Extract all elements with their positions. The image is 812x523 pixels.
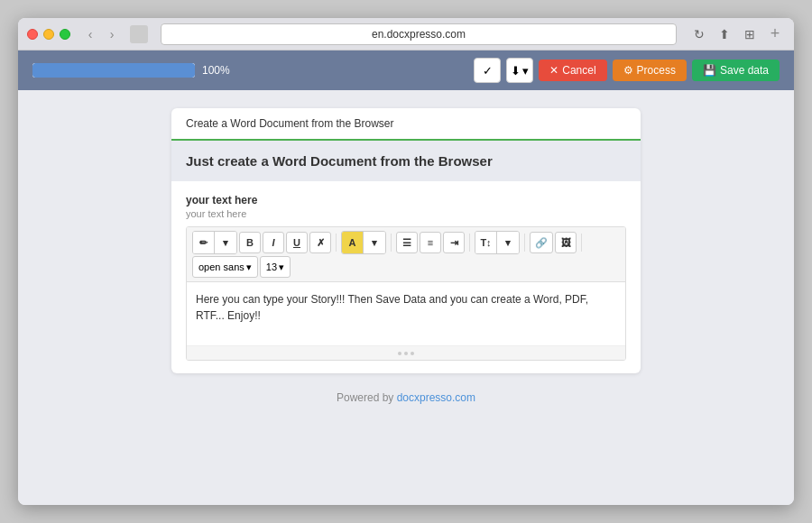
rte-dot-1	[398, 352, 401, 355]
save-button[interactable]: 💾 Save data	[692, 60, 780, 81]
rte-status-bar	[187, 345, 625, 360]
save-label: Save data	[720, 64, 769, 77]
check-icon: ✓	[483, 64, 493, 78]
browser-actions: ↻ ⬆ ⊞ +	[689, 24, 785, 44]
rte-dot-3	[411, 352, 414, 355]
rte-font-dropdown[interactable]: open sans ▾	[192, 256, 258, 278]
traffic-lights	[27, 29, 70, 40]
process-button[interactable]: ⚙ Process	[613, 60, 687, 81]
rte-content-area[interactable]: Here you can type your Story!!! Then Sav…	[187, 282, 625, 345]
rte-highlight-button[interactable]: A	[342, 232, 364, 253]
rte-highlight-group: A ▾	[341, 231, 386, 254]
textsize-icon: T↕	[480, 237, 491, 248]
process-icon: ⚙	[623, 64, 633, 77]
rte-unordered-list-button[interactable]: ☰	[396, 232, 418, 253]
rte-toolbar: ✏ ▾ B I U	[187, 227, 625, 282]
rte-textsize-button[interactable]: T↕	[475, 232, 497, 253]
rte-link-button[interactable]: 🔗	[530, 232, 553, 253]
rte-indent-button[interactable]: ⇥	[443, 232, 465, 253]
indent-icon: ⇥	[450, 237, 458, 249]
image-icon: 🖼	[561, 237, 571, 248]
page-footer: Powered by docxpresso.com	[45, 391, 767, 404]
new-tab-icon[interactable]: ⊞	[740, 24, 760, 44]
add-tab-button[interactable]: +	[765, 24, 785, 44]
ol-icon: ≡	[428, 237, 433, 248]
rte-bold-button[interactable]: B	[239, 232, 261, 253]
rte-textsize-group: T↕ ▾	[475, 231, 520, 254]
rte-italic-button[interactable]: I	[263, 232, 284, 253]
font-dropdown-arrow: ▾	[246, 262, 252, 273]
rte-status-dots	[398, 352, 414, 355]
tab-icon	[130, 25, 148, 43]
form-title: Just create a Word Document from the Bro…	[186, 153, 493, 169]
rte-separator-4	[524, 234, 525, 252]
rte-eraser-button[interactable]: ✗	[309, 232, 331, 253]
progress-bar-fill	[32, 63, 195, 78]
progress-bar	[32, 63, 195, 78]
highlight-icon: A	[349, 237, 356, 248]
rte-dot-2	[404, 352, 408, 355]
rte-ordered-list-button[interactable]: ≡	[420, 232, 441, 253]
underline-icon: U	[293, 237, 300, 248]
tab-bar: Create a Word Document from the Browser	[171, 108, 641, 141]
rte-textsize-dropdown[interactable]: ▾	[497, 232, 519, 253]
close-button[interactable]	[27, 29, 38, 40]
rte-pen-group: ✏ ▾	[192, 231, 237, 254]
url-text: en.docxpresso.com	[372, 28, 466, 41]
rte-separator-5	[581, 234, 582, 252]
link-icon: 🔗	[535, 237, 548, 249]
fontsize-label: 13	[266, 262, 277, 272]
rte-separator-2	[391, 234, 392, 252]
cancel-button[interactable]: ✕ Cancel	[539, 60, 606, 81]
dropdown-arrow: ▾	[522, 64, 529, 78]
browser-titlebar: ‹ › en.docxpresso.com ↻ ⬆ ⊞ +	[18, 18, 794, 50]
back-button[interactable]: ‹	[81, 25, 99, 43]
rich-text-editor: ✏ ▾ B I U	[186, 226, 626, 361]
address-bar[interactable]: en.docxpresso.com	[161, 23, 677, 45]
toolbar-right: ✓ ⬇ ▾ ✕ Cancel ⚙ Process 💾 Save data	[474, 58, 780, 83]
cancel-label: Cancel	[562, 64, 595, 77]
footer-text: Powered by	[337, 391, 397, 404]
font-label: open sans	[198, 262, 245, 272]
fontsize-dropdown-arrow: ▾	[279, 262, 284, 273]
browser-window: ‹ › en.docxpresso.com ↻ ⬆ ⊞ + 100% ✓ ⬇	[18, 18, 794, 505]
check-button[interactable]: ✓	[474, 58, 501, 83]
progress-container: 100%	[32, 63, 465, 78]
reload-icon[interactable]: ↻	[689, 24, 709, 44]
forward-button[interactable]: ›	[103, 25, 121, 43]
process-label: Process	[637, 64, 676, 77]
ul-icon: ☰	[402, 237, 411, 249]
page-content: Create a Word Document from the Browser …	[18, 90, 794, 505]
share-icon[interactable]: ⬆	[715, 24, 734, 44]
download-icon: ⬇	[511, 64, 521, 78]
form-body: your text here your text here ✏ ▾ B	[171, 181, 641, 373]
form-card: Create a Word Document from the Browser …	[171, 108, 641, 373]
app-toolbar: 100% ✓ ⬇ ▾ ✕ Cancel ⚙ Process 💾 Save dat…	[18, 50, 794, 90]
field-label: your text here	[186, 194, 626, 206]
italic-icon: I	[272, 237, 274, 248]
minimize-button[interactable]	[43, 29, 54, 40]
rte-separator-1	[336, 234, 337, 252]
rte-underline-button[interactable]: U	[286, 232, 308, 253]
rte-pen-dropdown[interactable]: ▾	[215, 232, 236, 253]
maximize-button[interactable]	[60, 29, 70, 40]
rte-fontsize-dropdown[interactable]: 13 ▾	[260, 256, 291, 278]
bold-icon: B	[246, 237, 254, 248]
rte-separator-3	[469, 234, 470, 252]
save-icon: 💾	[703, 64, 716, 77]
form-header: Just create a Word Document from the Bro…	[171, 141, 641, 181]
nav-buttons: ‹ ›	[81, 25, 121, 43]
cancel-icon: ✕	[549, 64, 558, 77]
tab-create-word[interactable]: Create a Word Document from the Browser	[171, 108, 409, 141]
footer-link[interactable]: docxpresso.com	[397, 391, 475, 404]
eraser-icon: ✗	[317, 237, 325, 249]
rte-pen-button[interactable]: ✏	[193, 232, 215, 253]
field-sublabel: your text here	[186, 208, 626, 219]
rte-highlight-dropdown[interactable]: ▾	[364, 232, 385, 253]
editor-text: Here you can type your Story!!! Then Sav…	[196, 293, 588, 322]
rte-image-button[interactable]: 🖼	[555, 232, 577, 253]
download-button[interactable]: ⬇ ▾	[506, 58, 533, 83]
progress-label: 100%	[202, 64, 230, 77]
